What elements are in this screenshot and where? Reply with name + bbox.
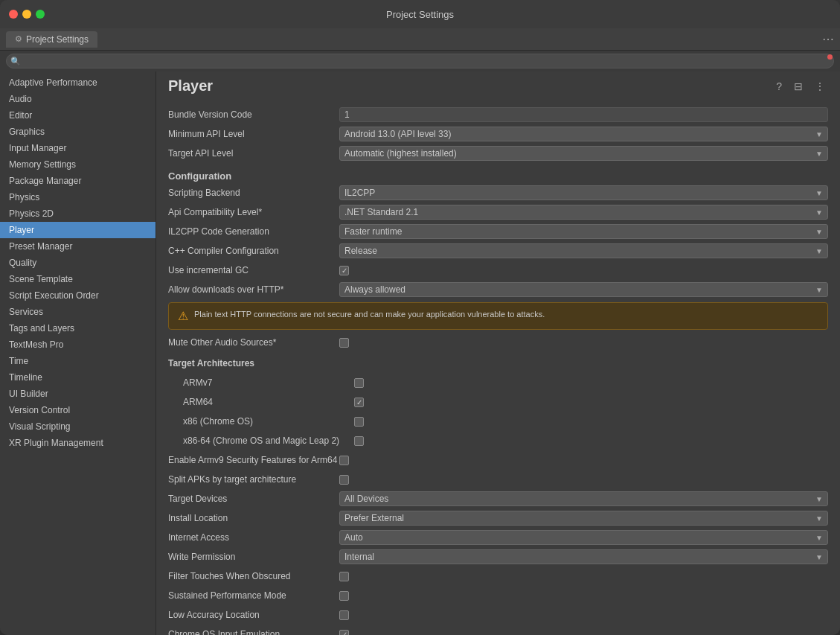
tab-bar: ⚙ Project Settings ⋯ (0, 28, 840, 51)
sidebar-item-physics-2d[interactable]: Physics 2D (0, 205, 156, 222)
search-wrapper: 🔍 (6, 54, 834, 68)
install-location-dropdown[interactable]: Prefer External ▼ (339, 511, 828, 526)
sidebar-item-script-execution-order[interactable]: Script Execution Order (0, 287, 156, 304)
scripting-backend-value: IL2CPP (344, 188, 375, 198)
x86-label: x86 (Chrome OS) (183, 416, 354, 427)
sidebar-item-quality[interactable]: Quality (0, 255, 156, 271)
cpp-compiler-value: Release (344, 246, 377, 256)
target-api-row: Target API Level Automatic (highest inst… (168, 145, 828, 162)
main-panel: Player ? ⊟ ⋮ Bundle Version Code Minimum… (156, 71, 840, 635)
sidebar-item-time[interactable]: Time (0, 353, 156, 369)
write-permission-arrow: ▼ (815, 553, 823, 561)
sidebar-item-input-manager[interactable]: Input Manager (0, 140, 156, 156)
incremental-gc-row: Use incremental GC (168, 262, 828, 278)
sidebar-item-textmesh-pro[interactable]: TextMesh Pro (0, 336, 156, 353)
arm64-checkbox[interactable] (354, 398, 364, 407)
low-accuracy-checkbox[interactable] (339, 610, 349, 620)
mute-audio-label: Mute Other Audio Sources* (168, 337, 339, 348)
armv7-row: ARMv7 (168, 374, 828, 391)
armv9-checkbox[interactable] (339, 456, 349, 465)
target-devices-dropdown[interactable]: All Devices ▼ (339, 491, 828, 506)
scripting-backend-dropdown[interactable]: IL2CPP ▼ (339, 185, 828, 200)
configuration-header: Configuration (168, 165, 828, 185)
min-api-value: Android 13.0 (API level 33) (344, 129, 451, 139)
armv7-checkbox[interactable] (354, 378, 364, 388)
window-title: Project Settings (386, 9, 454, 20)
target-devices-label: Target Devices (168, 494, 339, 504)
write-permission-label: Write Permission (168, 552, 339, 562)
sidebar-item-audio[interactable]: Audio (0, 91, 156, 107)
armv9-row: Enable Armv9 Security Features for Arm64 (168, 452, 828, 468)
x86-64-checkbox[interactable] (354, 436, 364, 446)
sidebar-item-adaptive-performance[interactable]: Adaptive Performance (0, 74, 156, 91)
search-input[interactable] (6, 54, 834, 68)
sidebar-item-scene-template[interactable]: Scene Template (0, 271, 156, 287)
write-permission-dropdown[interactable]: Internal ▼ (339, 549, 828, 564)
low-accuracy-row: Low Accuracy Location (168, 607, 828, 623)
il2cpp-dropdown[interactable]: Faster runtime ▼ (339, 224, 828, 239)
content-area: Adaptive Performance Audio Editor Graphi… (0, 71, 840, 635)
sidebar-item-editor[interactable]: Editor (0, 107, 156, 124)
sidebar-item-ui-builder[interactable]: UI Builder (0, 386, 156, 402)
chrome-input-checkbox[interactable] (339, 630, 349, 636)
target-arch-header-row: Target Architectures (168, 355, 828, 371)
help-icon[interactable]: ? (773, 79, 785, 94)
sidebar-item-graphics[interactable]: Graphics (0, 124, 156, 140)
target-api-dropdown[interactable]: Automatic (highest installed) ▼ (339, 146, 828, 161)
target-arch-header: Target Architectures (168, 358, 339, 368)
titlebar: Project Settings (0, 0, 840, 28)
allow-downloads-dropdown[interactable]: Always allowed ▼ (339, 282, 828, 297)
incremental-gc-checkbox[interactable] (339, 266, 349, 275)
bundle-version-label: Bundle Version Code (168, 109, 339, 120)
target-devices-arrow: ▼ (815, 495, 823, 503)
sidebar-item-visual-scripting[interactable]: Visual Scripting (0, 418, 156, 435)
internet-access-dropdown[interactable]: Auto ▼ (339, 530, 828, 545)
sidebar-item-xr-plugin-management[interactable]: XR Plugin Management (0, 435, 156, 451)
more-icon[interactable]: ⋮ (812, 79, 828, 94)
filter-touches-checkbox[interactable] (339, 572, 349, 581)
sidebar: Adaptive Performance Audio Editor Graphi… (0, 71, 156, 635)
cpp-compiler-dropdown[interactable]: Release ▼ (339, 243, 828, 258)
sidebar-item-timeline[interactable]: Timeline (0, 369, 156, 386)
mute-audio-checkbox[interactable] (339, 338, 349, 348)
sidebar-item-package-manager[interactable]: Package Manager (0, 173, 156, 189)
warning-box: ⚠ Plain text HTTP connections are not se… (168, 302, 828, 330)
write-permission-row: Write Permission Internal ▼ (168, 549, 828, 565)
min-api-label: Minimum API Level (168, 129, 339, 139)
gear-icon: ⚙ (15, 34, 22, 44)
target-devices-value: All Devices (344, 494, 388, 504)
armv9-label: Enable Armv9 Security Features for Arm64 (168, 455, 339, 465)
split-apks-row: Split APKs by target architecture (168, 471, 828, 488)
main-content: Bundle Version Code Minimum API Level An… (156, 100, 840, 635)
split-apks-checkbox[interactable] (339, 475, 349, 485)
settings-icon[interactable]: ⊟ (791, 79, 806, 94)
sidebar-item-version-control[interactable]: Version Control (0, 402, 156, 418)
target-api-arrow: ▼ (815, 150, 823, 158)
api-compat-dropdown[interactable]: .NET Standard 2.1 ▼ (339, 205, 828, 220)
sidebar-item-tags-and-layers[interactable]: Tags and Layers (0, 320, 156, 336)
tab-more-button[interactable]: ⋯ (822, 32, 834, 46)
sidebar-item-physics[interactable]: Physics (0, 189, 156, 205)
sidebar-item-services[interactable]: Services (0, 304, 156, 320)
sidebar-item-preset-manager[interactable]: Preset Manager (0, 238, 156, 255)
minimize-button[interactable] (22, 10, 31, 19)
maximize-button[interactable] (36, 10, 45, 19)
write-permission-value: Internal (344, 552, 374, 562)
warning-icon: ⚠ (178, 309, 188, 323)
x86-checkbox[interactable] (354, 417, 364, 427)
sidebar-item-player[interactable]: Player (0, 222, 156, 238)
il2cpp-value: Faster runtime (344, 226, 402, 237)
bundle-version-input[interactable] (339, 107, 828, 122)
min-api-dropdown[interactable]: Android 13.0 (API level 33) ▼ (339, 127, 828, 141)
target-api-label: Target API Level (168, 148, 339, 159)
chrome-input-row: Chrome OS Input Emulation (168, 626, 828, 635)
allow-downloads-arrow: ▼ (815, 286, 823, 294)
project-settings-tab[interactable]: ⚙ Project Settings (6, 31, 97, 48)
close-button[interactable] (9, 10, 18, 19)
sustained-performance-row: Sustained Performance Mode (168, 587, 828, 604)
install-location-value: Prefer External (344, 513, 404, 523)
sidebar-item-memory-settings[interactable]: Memory Settings (0, 156, 156, 173)
install-location-arrow: ▼ (815, 514, 823, 523)
x86-64-row: x86-64 (Chrome OS and Magic Leap 2) (168, 433, 828, 449)
sustained-performance-checkbox[interactable] (339, 591, 349, 601)
